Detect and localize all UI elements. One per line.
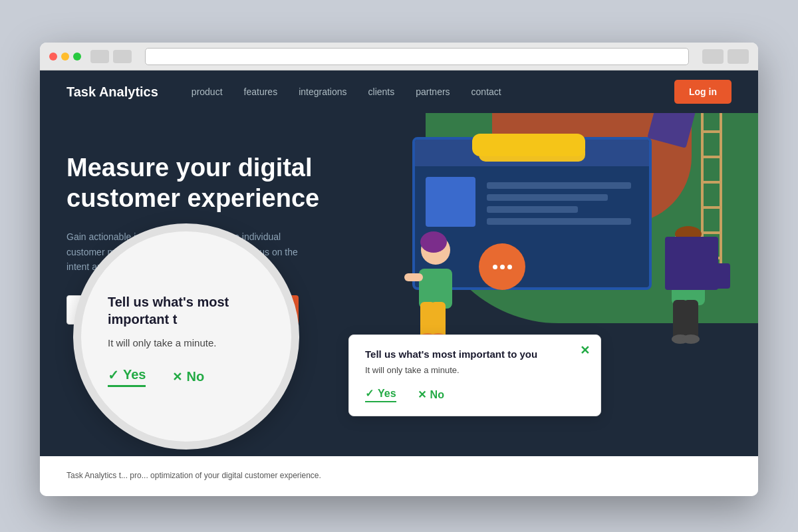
hero-title: Measure your digital customer experience [66,153,386,213]
browser-forward-btn[interactable] [113,50,132,63]
magnifier-no-button[interactable]: ✕ No [172,369,204,384]
site-logo: Task Analytics [66,84,158,100]
browser-action-buttons [702,49,749,64]
dot-green[interactable] [73,53,81,61]
website-content: Task Analytics product features integrat… [40,70,758,456]
navigation: Task Analytics product features integrat… [40,70,758,113]
browser-window: Task Analytics product features integrat… [40,43,758,496]
login-button[interactable]: Log in [674,80,732,104]
magnifier-yes-label: Yes [123,367,146,382]
nav-link-clients[interactable]: clients [368,86,395,97]
magnifier-buttons: ✓ Yes ✕ No [108,367,204,387]
magnifier-x-icon: ✕ [172,370,182,384]
dot-yellow[interactable] [61,53,69,61]
survey-subtitle: It will only take a minute. [365,365,585,375]
nav-link-contact[interactable]: contact [471,86,501,97]
survey-no-button[interactable]: ✕ No [418,388,444,401]
survey-widget: ✕ Tell us what's most important to you I… [348,334,601,416]
magnifier-check-icon: ✓ [108,367,119,383]
survey-yes-button[interactable]: ✓ Yes [365,387,396,402]
browser-dots [49,53,81,61]
browser-back-btn[interactable] [90,50,109,63]
survey-title: Tell us what's most important to you [365,348,585,360]
browser-nav-buttons [90,50,132,63]
magnifier-yes-button[interactable]: ✓ Yes [108,367,146,387]
magnifier-overlay: Tell us what's most important t It will … [73,223,299,450]
nav-link-integrations[interactable]: integrations [299,86,346,97]
no-label: No [430,389,444,401]
nav-link-partners[interactable]: partners [416,86,450,97]
nav-link-features[interactable]: features [244,86,278,97]
browser-chrome [40,43,758,70]
x-icon: ✕ [418,388,426,401]
nav-link-product[interactable]: product [192,86,223,97]
magnifier-title: Tell us what's most important t [108,293,265,328]
dot-red[interactable] [49,53,57,61]
bottom-bar: Task Analytics t... pro... optimization … [40,456,758,496]
survey-close-button[interactable]: ✕ [580,343,590,358]
yes-label: Yes [378,388,396,400]
survey-buttons: ✓ Yes ✕ No [365,387,585,402]
browser-action-btn-2[interactable] [728,49,749,64]
browser-addressbar[interactable] [145,48,689,65]
magnifier-subtitle: It will only take a minute. [108,337,216,348]
magnifier-no-label: No [186,369,204,384]
browser-action-btn-1[interactable] [702,49,724,64]
check-icon: ✓ [365,387,374,400]
nav-links: product features integrations clients pa… [192,86,674,97]
magnifier-content: Tell us what's most important t It will … [81,231,291,442]
bottom-bar-text: Task Analytics t... pro... optimization … [66,469,732,482]
